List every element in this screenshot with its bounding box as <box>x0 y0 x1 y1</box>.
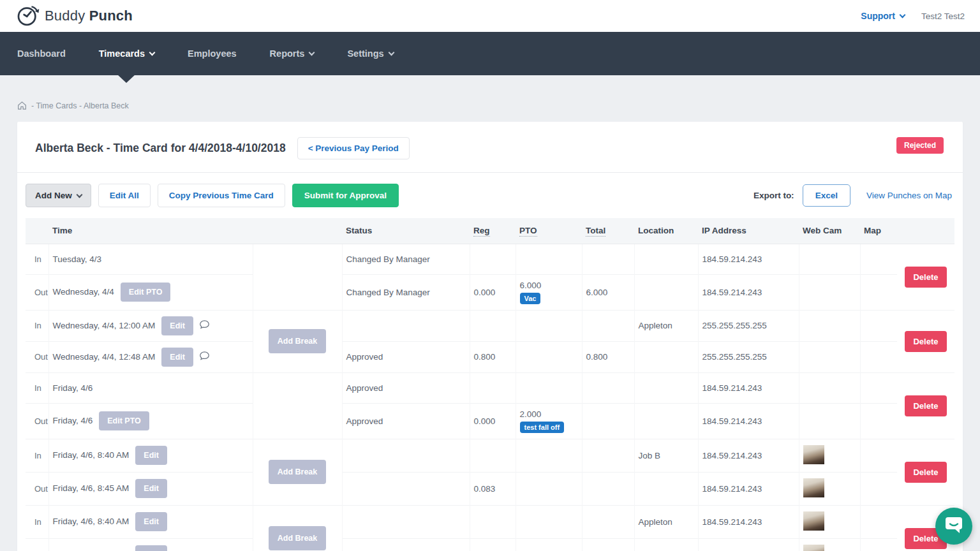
punch-time-text: Friday, 4/6, 8:40 AM <box>53 450 130 460</box>
breadcrumb-text[interactable]: - Time Cards - Alberta Beck <box>31 101 129 110</box>
buddy-punch-logo[interactable]: Buddy Punch <box>15 2 133 30</box>
webcam-thumbnail[interactable] <box>803 445 824 464</box>
total-hours-cell <box>582 505 634 538</box>
pto-hours-cell: 6.000Vac <box>516 274 582 310</box>
support-menu[interactable]: Support <box>861 11 905 21</box>
punch-time-cell: Friday, 4/6, 8:40 AMEdit <box>48 505 253 538</box>
column-header-time: Time <box>48 218 253 244</box>
view-punches-on-map-link[interactable]: View Punches on Map <box>866 191 952 200</box>
column-header-empty <box>253 218 342 244</box>
add-break-button[interactable]: Add Break <box>269 329 327 353</box>
reg-hours-cell: 0.000 <box>470 403 516 439</box>
timecard-panel: Alberta Beck - Time Card for 4/4/2018-4/… <box>17 122 963 551</box>
map-cell <box>860 403 897 439</box>
location-cell <box>634 244 698 274</box>
edit-punch-button[interactable]: Edit <box>135 446 167 465</box>
pto-hours-cell <box>516 472 582 505</box>
punch-time-cell: Wednesday, 4/4, 12:00 AMEdit <box>48 310 253 341</box>
edit-punch-button[interactable]: Edit <box>135 512 167 531</box>
status-cell <box>342 538 470 551</box>
comment-bubble-icon[interactable] <box>199 351 210 363</box>
pto-type-badge: test fall off <box>520 422 565 433</box>
map-cell <box>860 310 897 341</box>
comment-bubble-icon[interactable] <box>199 320 210 332</box>
delete-punch-pair-button[interactable]: Delete <box>905 267 946 288</box>
add-break-cell <box>253 244 342 310</box>
webcam-cell <box>799 505 860 538</box>
pto-hours-cell <box>516 341 582 372</box>
edit-punch-button[interactable]: Edit <box>161 316 193 335</box>
edit-punch-button[interactable]: Edit <box>135 545 167 551</box>
submit-for-approval-button[interactable]: Submit for Approval <box>292 184 399 207</box>
edit-punch-button[interactable]: Edit <box>135 479 167 498</box>
table-row: OutFriday, 4/6, 8:45 AMEdit0.083184.59.2… <box>26 538 954 551</box>
nav-item-label: Reports <box>270 48 305 59</box>
chat-bubble-icon <box>944 516 963 536</box>
nav-item-settings[interactable]: Settings <box>347 33 393 74</box>
edit-all-button[interactable]: Edit All <box>98 184 151 207</box>
status-cell <box>342 439 470 472</box>
punch-direction-cell: In <box>26 439 48 472</box>
breadcrumb: - Time Cards - Alberta Beck <box>0 75 980 122</box>
pto-value: 6.000 <box>520 281 578 290</box>
edit-pto-button[interactable]: Edit PTO <box>121 283 171 302</box>
add-new-button[interactable]: Add New <box>26 184 91 207</box>
column-header-total[interactable]: Total <box>582 218 634 244</box>
map-cell <box>860 274 897 310</box>
location-cell: Appleton <box>634 310 698 341</box>
edit-pto-button[interactable]: Edit PTO <box>99 411 149 430</box>
ip-address-cell: 255.255.255.255 <box>698 310 799 341</box>
reg-hours-cell <box>470 439 516 472</box>
column-header-empty <box>897 218 954 244</box>
previous-pay-period-button[interactable]: < Previous Pay Period <box>297 137 410 159</box>
chevron-down-icon <box>76 191 82 198</box>
add-break-button[interactable]: Add Break <box>269 526 327 550</box>
nav-item-dashboard[interactable]: Dashboard <box>17 33 66 74</box>
pto-hours-cell <box>516 372 582 403</box>
punch-direction-cell: Out <box>26 341 48 372</box>
ip-address-cell: 184.59.214.243 <box>698 472 799 505</box>
webcam-thumbnail[interactable] <box>803 511 824 531</box>
ip-address-cell: 184.59.214.243 <box>698 372 799 403</box>
status-cell: Approved <box>342 341 470 372</box>
nav-item-reports[interactable]: Reports <box>270 33 315 74</box>
column-header-map: Map <box>860 218 897 244</box>
table-row: InTuesday, 4/3Changed By Manager184.59.2… <box>26 244 954 274</box>
excel-export-button[interactable]: Excel <box>803 184 850 207</box>
pto-value: 2.000 <box>520 409 578 419</box>
delete-punch-pair-button[interactable]: Delete <box>905 462 946 483</box>
reg-hours-cell <box>470 310 516 341</box>
total-hours-cell: 0.800 <box>582 341 634 372</box>
delete-cell: Delete <box>897 244 954 310</box>
webcam-thumbnail[interactable] <box>803 478 824 497</box>
column-header-ip: IP Address <box>698 218 799 244</box>
total-hours-cell <box>582 403 634 439</box>
add-break-cell: Add Break <box>253 505 342 551</box>
pto-hours-cell <box>516 538 582 551</box>
add-break-button[interactable]: Add Break <box>269 460 327 484</box>
pto-hours-cell <box>516 505 582 538</box>
chat-launcher-button[interactable] <box>935 508 972 545</box>
column-header-reg[interactable]: Reg <box>470 218 516 244</box>
nav-item-timecards[interactable]: Timecards <box>99 33 154 74</box>
edit-punch-button[interactable]: Edit <box>161 348 193 367</box>
home-icon[interactable] <box>17 101 27 110</box>
column-header-pto[interactable]: PTO <box>516 218 582 244</box>
punch-time-cell: Friday, 4/6Edit PTO <box>48 403 253 439</box>
ip-address-cell: 184.59.214.243 <box>698 505 799 538</box>
punch-direction-cell: Out <box>26 274 48 310</box>
webcam-thumbnail[interactable] <box>803 545 824 551</box>
punch-direction-cell: In <box>26 310 48 341</box>
total-hours-cell <box>582 244 634 274</box>
punch-time-text: Friday, 4/6, 8:40 AM <box>53 517 130 526</box>
copy-previous-time-card-button[interactable]: Copy Previous Time Card <box>158 184 285 207</box>
reg-hours-cell: 0.800 <box>470 341 516 372</box>
user-menu[interactable]: Test2 Test2 <box>921 11 965 21</box>
delete-cell: Delete <box>897 372 954 439</box>
rejected-status-badge: Rejected <box>896 137 944 154</box>
punch-direction-cell: In <box>26 505 48 538</box>
nav-item-employees[interactable]: Employees <box>188 33 237 74</box>
delete-punch-pair-button[interactable]: Delete <box>905 331 946 352</box>
total-hours-cell <box>582 372 634 403</box>
delete-punch-pair-button[interactable]: Delete <box>905 395 946 416</box>
